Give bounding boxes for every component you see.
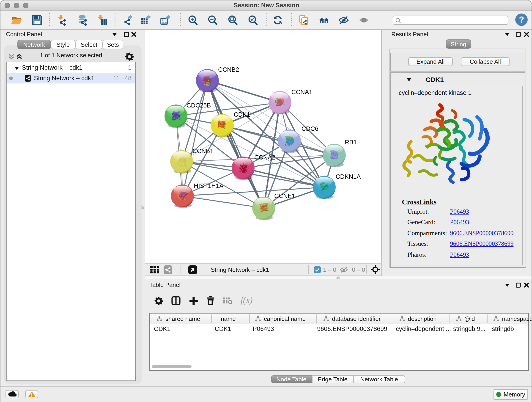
- svg-text:CCNA1: CCNA1: [291, 89, 312, 95]
- svg-text:RB1: RB1: [345, 139, 357, 146]
- svg-text:HIST1H1A: HIST1H1A: [194, 182, 223, 189]
- svg-text:CDC6: CDC6: [302, 125, 318, 132]
- svg-text:?: ?: [519, 15, 524, 24]
- svg-text:CCNE1: CCNE1: [274, 192, 295, 199]
- svg-text:CDKN1A: CDKN1A: [336, 173, 361, 180]
- svg-text:CDK1: CDK1: [234, 111, 250, 118]
- svg-text:CCNB2: CCNB2: [218, 66, 239, 73]
- svg-text:CCNA2: CCNA2: [254, 154, 275, 161]
- svg-text:CDC25B: CDC25B: [186, 102, 211, 109]
- svg-text:CCNB1: CCNB1: [192, 147, 214, 154]
